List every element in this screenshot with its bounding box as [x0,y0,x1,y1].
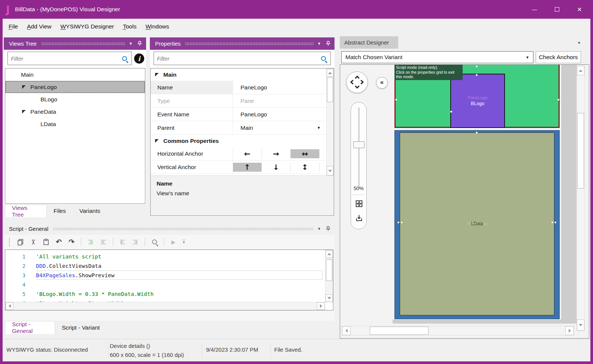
pin-icon[interactable] [326,41,331,46]
anchor-handle[interactable] [554,221,556,223]
undo-icon[interactable]: ↶ [54,237,64,247]
scroll-left-button[interactable] [6,302,13,310]
group-header-common-properties[interactable]: Common Properties [151,135,326,147]
code-line[interactable]: 1'All variants script [5,252,333,261]
scroll-right-button[interactable] [317,302,325,310]
editor-hscrollbar[interactable] [5,302,325,310]
toolbar-overflow-icon[interactable]: ▾ [183,240,185,244]
scroll-up-button[interactable] [326,250,333,258]
tab-script-variant[interactable]: Script - Variant [55,321,106,334]
tab-files[interactable]: Files [47,205,73,217]
minimize-button[interactable]: — [523,0,546,19]
views-tree-header[interactable]: Views Tree ▼ [4,37,146,50]
anchor-both-vertical-button[interactable]: ↕ [291,163,320,172]
expander-icon[interactable] [155,73,159,77]
tree-item-blogo[interactable]: BLogo [5,93,145,105]
cut-icon[interactable]: ✂ [28,237,38,247]
paste-icon[interactable] [41,237,51,247]
fit-to-screen-button[interactable] [354,198,364,209]
pan-control[interactable] [346,71,368,93]
uncomment-icon[interactable] [130,237,140,247]
anchor-left-button[interactable]: ← [233,149,262,158]
tree-item-ldata[interactable]: LData [5,118,145,130]
comment-icon[interactable] [118,237,127,247]
property-label[interactable]: Name [151,81,233,94]
zoom-slider-thumb[interactable] [353,141,364,148]
menu-item-add-view[interactable]: Add View [22,21,56,32]
collapse-panel-button[interactable]: « [376,77,388,89]
anchor-handle[interactable] [401,221,403,223]
anchor-handle[interactable] [397,221,399,223]
scroll-down-button[interactable] [326,294,333,302]
scrollbar-thumb[interactable] [326,259,332,281]
code-editor[interactable]: 1'All variants script 2DDD.CollectViewsD… [5,250,333,311]
dock-chevron-down-icon[interactable]: ▼ [577,41,581,45]
tree-item-panelogo[interactable]: PaneLogo [5,81,145,93]
scroll-left-button[interactable] [342,326,351,335]
chevron-down-icon[interactable]: ▼ [317,227,321,231]
anchor-handle[interactable] [551,221,553,223]
menu-item-tools[interactable]: Tools [118,21,141,32]
tab-abstract-designer[interactable]: Abstract Designer [340,36,398,49]
tab-views-tree[interactable]: Views Tree [5,205,47,217]
pan-up-icon[interactable] [355,76,360,80]
designer-vscrollbar[interactable] [577,65,585,331]
run-icon[interactable]: ▶ [169,237,178,247]
properties-filter-input[interactable] [154,52,321,65]
anchor-top-button[interactable]: ↑ [233,163,262,172]
editor-vscrollbar[interactable] [325,250,333,302]
expander-icon[interactable] [22,110,26,114]
property-label[interactable]: Parent [151,121,233,134]
property-value-parent[interactable]: Main ▼ [233,121,326,134]
scroll-up-button[interactable] [577,66,584,75]
anchor-handle[interactable] [476,132,478,134]
expander-icon[interactable] [22,85,26,89]
check-anchors-button[interactable]: Check Anchors [536,51,581,63]
anchor-handle[interactable] [450,111,452,113]
properties-header[interactable]: Properties ▼ [150,37,335,50]
code-line[interactable]: 2DDD.CollectViewsData [5,261,333,270]
script-header[interactable]: Script - General ▼ [4,223,335,235]
outdent-icon[interactable] [99,237,108,247]
menu-item-windows[interactable]: Windows [141,21,173,32]
anchor-handle[interactable] [395,99,397,101]
search-icon[interactable] [149,237,159,247]
scroll-right-button[interactable] [565,326,574,335]
pane-ldata[interactable]: PaneData LData [400,132,554,315]
expander-icon[interactable] [155,139,159,143]
property-value-event-name[interactable]: PaneLogo [233,108,326,121]
scroll-up-button[interactable] [327,69,333,77]
chevron-down-icon[interactable]: ▼ [129,42,133,46]
pan-left-icon[interactable] [350,80,355,85]
pan-down-icon[interactable] [355,84,360,89]
tree-item-panedata[interactable]: PaneData [5,105,145,118]
toolbar-grip[interactable] [9,238,10,246]
scrollbar-thumb[interactable] [370,327,429,335]
tab-variants[interactable]: Variants [73,205,107,217]
anchor-right-button[interactable]: → [262,149,291,158]
designer-hscrollbar[interactable] [342,326,574,336]
maximize-button[interactable] [546,0,568,19]
dropdown-caret-icon[interactable]: ▼ [317,126,321,130]
pin-icon[interactable] [326,226,331,232]
group-header-main[interactable]: Main [151,68,326,81]
code-line-current[interactable]: 3B4XPageSales.ShowPreview [5,270,333,280]
scrollbar-thumb[interactable] [577,113,584,189]
anchor-bottom-button[interactable]: ↓ [262,163,291,172]
scrollbar-thumb[interactable] [327,77,333,102]
load-layout-button[interactable] [354,212,364,224]
tab-script-general[interactable]: Script - General [5,321,55,334]
views-tree-filter-input[interactable] [8,52,122,65]
designer-canvas[interactable]: PaneLogo BLogo Script mode (read-only). … [389,65,577,324]
anchor-handle[interactable] [476,74,478,76]
indent-icon[interactable] [86,237,96,247]
close-button[interactable]: ✕ [568,0,591,19]
variant-selector[interactable]: Match Chosen Variant ▼ [341,51,533,63]
pin-icon[interactable] [137,41,142,46]
property-label[interactable]: Event Name [151,108,233,121]
pane-blogo[interactable]: PaneLogo BLogo [450,74,505,128]
properties-scrollbar[interactable] [326,68,334,176]
info-button[interactable]: i [134,53,144,64]
property-value-name[interactable]: PaneLogo [233,81,326,94]
code-line[interactable]: 4 [5,280,333,289]
